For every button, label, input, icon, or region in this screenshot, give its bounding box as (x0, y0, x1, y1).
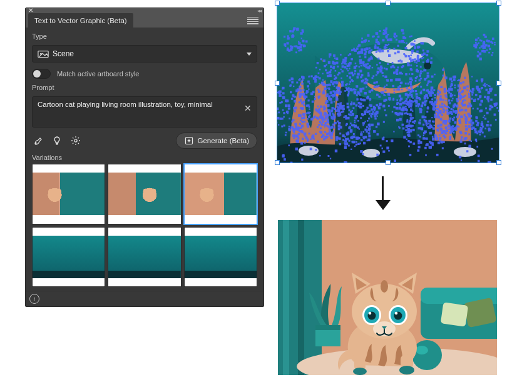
gear-icon[interactable] (71, 136, 81, 146)
panel-menu-icon[interactable] (247, 16, 261, 25)
type-value: Scene (53, 49, 74, 58)
panel-drag-grip[interactable]: ✕ ◂◂ (26, 8, 263, 13)
selection-handle[interactable] (496, 160, 501, 165)
svg-point-9 (454, 147, 476, 157)
variation-thumb[interactable] (184, 227, 257, 288)
selection-handle[interactable] (275, 1, 280, 6)
variations-label: Variations (32, 154, 257, 161)
sparkle-generate-icon (184, 136, 194, 146)
variation-thumb[interactable] (108, 164, 181, 224)
svg-point-7 (299, 146, 319, 156)
style-picker-icon[interactable] (33, 136, 43, 146)
info-icon[interactable]: i (29, 294, 39, 304)
cartoon-cat-art (278, 220, 497, 375)
svg-point-1885 (369, 312, 372, 315)
svg-point-1886 (395, 312, 398, 315)
match-artboard-toggle[interactable] (32, 69, 51, 79)
svg-point-8 (362, 149, 380, 158)
match-artboard-label: Match active artboard style (57, 70, 139, 78)
panel-footer: i (26, 291, 263, 306)
selection-handle[interactable] (496, 1, 501, 6)
variation-thumb[interactable] (184, 164, 257, 224)
text-to-vector-panel: ✕ ◂◂ Text to Vector Graphic (Beta) Type … (25, 8, 264, 307)
selection-handle[interactable] (496, 81, 501, 86)
panel-tabbar: Text to Vector Graphic (Beta) (26, 13, 263, 28)
svg-rect-1863 (298, 220, 304, 375)
selection-handle[interactable] (275, 160, 280, 165)
variation-thumb[interactable] (32, 227, 105, 288)
selection-handle[interactable] (275, 81, 280, 86)
svg-rect-1870 (315, 325, 340, 330)
close-icon[interactable]: ✕ (28, 8, 33, 13)
panel-tab-active[interactable]: Text to Vector Graphic (Beta) (28, 13, 133, 28)
generate-button[interactable]: Generate (Beta) (176, 133, 257, 149)
canvas-art-result[interactable] (278, 220, 497, 375)
underwater-fish-art (277, 3, 499, 163)
svg-point-6 (424, 62, 431, 69)
selection-handle[interactable] (386, 1, 391, 6)
svg-point-2 (35, 143, 37, 144)
lightbulb-icon[interactable] (52, 136, 62, 146)
svg-point-1872 (416, 346, 428, 354)
svg-point-1876 (399, 366, 414, 374)
canvas-art-selected[interactable]: (function(){ var svg=document.querySelec… (277, 3, 499, 163)
prompt-input[interactable]: Cartoon cat playing living room illustra… (32, 96, 257, 128)
generate-label: Generate (Beta) (198, 137, 249, 144)
chevron-down-icon (247, 53, 252, 56)
svg-rect-1868 (441, 302, 468, 326)
svg-point-3 (74, 139, 77, 142)
scene-icon (38, 49, 49, 58)
down-arrow-icon (374, 176, 392, 211)
type-dropdown[interactable]: Scene (32, 45, 257, 63)
clear-prompt-icon[interactable]: ✕ (244, 103, 252, 113)
type-label: Type (32, 33, 257, 40)
variation-thumb[interactable] (32, 164, 105, 224)
selection-handle[interactable] (386, 160, 391, 165)
prompt-label: Prompt (32, 84, 257, 91)
prompt-text: Cartoon cat playing living room illustra… (38, 101, 213, 108)
svg-point-1875 (353, 368, 367, 375)
variations-grid (32, 164, 257, 287)
svg-rect-1862 (283, 220, 289, 375)
variation-thumb[interactable] (108, 227, 181, 288)
svg-point-1878 (381, 280, 388, 293)
